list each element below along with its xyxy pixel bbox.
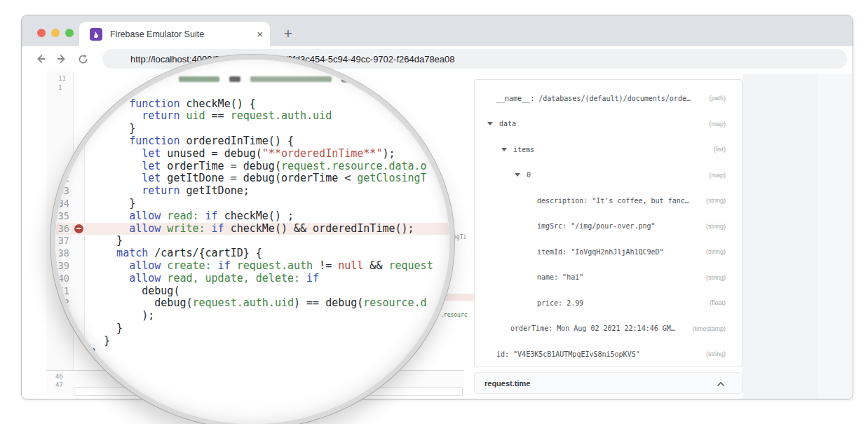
code-text: allow write: if checkMe() && orderedInTi… xyxy=(91,223,414,235)
code-text: return uid == request.auth.uid xyxy=(91,110,332,123)
magnifier-lens: 2425 }26 function checkMe() {27 return u… xyxy=(50,55,454,424)
code-text: function orderedInTime() { xyxy=(91,135,294,148)
code-text: let unused = debug("**orderedInTime**"); xyxy=(91,148,395,160)
code-line: 33 return getItDone; xyxy=(55,185,449,198)
code-line: 45 } xyxy=(55,335,449,348)
code-line: 46} xyxy=(55,348,449,360)
line-number-small: 46 xyxy=(55,373,63,380)
code-text: } xyxy=(91,123,135,135)
inspector-key-value: 0 xyxy=(527,171,531,179)
line-number: 40 xyxy=(55,273,69,285)
inspector-row: name: "hai"(string) xyxy=(475,265,742,291)
code-line: 39 allow create: if request.auth != null… xyxy=(55,260,449,273)
code-line: 28 } xyxy=(55,123,449,135)
code-text: } xyxy=(91,198,135,210)
magnified-code-view: 2425 }26 function checkMe() {27 return u… xyxy=(55,60,449,424)
code-text: debug( xyxy=(91,285,179,298)
code-line: 27 return uid == request.auth.uid xyxy=(55,110,449,123)
code-line: 44 } xyxy=(55,322,449,335)
inspector-type-label: (list) xyxy=(714,146,742,153)
inspector-row[interactable]: items(list) xyxy=(475,137,742,163)
expand-arrow-icon[interactable] xyxy=(487,122,493,125)
inspector-key-value: price: 2.99 xyxy=(537,299,583,307)
inspector-type-label: (string) xyxy=(706,197,742,204)
code-text: allow read: if checkMe() ; xyxy=(91,210,294,223)
code-line: 42 debug(request.auth.uid) == debug(reso… xyxy=(55,297,449,310)
code-fragment: ngTi xyxy=(453,234,466,240)
minimize-window-button[interactable] xyxy=(51,29,60,37)
inspector-type-label: (string) xyxy=(706,223,742,230)
tab-title: Firebase Emulator Suite xyxy=(110,29,251,39)
inspector-key-value: __name__: /databases/(default)/documents… xyxy=(496,95,691,102)
inspector-key-value: name: "hai" xyxy=(537,273,583,281)
line-number-small: 1 xyxy=(58,84,62,91)
code-line: 37 } xyxy=(55,235,449,247)
inspector-type-label: (float) xyxy=(710,299,742,306)
inspector-key-value: itemId: "IoVgqH2nhJljAh1QC9eD" xyxy=(537,248,664,256)
line-number: 39 xyxy=(55,260,69,273)
inspector-key-value: orderTime: Mon Aug 02 2021 22:14:46 GM… xyxy=(510,324,675,332)
code-text: } xyxy=(91,235,123,247)
expand-arrow-icon[interactable] xyxy=(515,173,520,177)
expand-arrow-icon[interactable] xyxy=(501,148,507,151)
code-line: 43 ); xyxy=(55,310,449,322)
code-line: 34 } xyxy=(55,198,449,210)
inspector-type-label: (string) xyxy=(706,248,742,255)
gutter-icon-slot xyxy=(69,224,88,233)
inspector-row: orderTime: Mon Aug 02 2021 22:14:46 GM…(… xyxy=(475,316,742,342)
line-number: 37 xyxy=(55,235,69,247)
inspector-row[interactable]: 0(map) xyxy=(475,163,742,189)
back-icon[interactable] xyxy=(34,52,48,66)
inspector-row: __name__: /databases/(default)/documents… xyxy=(475,86,742,111)
code-line: 29 function orderedInTime() { xyxy=(55,135,449,148)
code-line: 30 let unused = debug("**orderedInTime**… xyxy=(55,148,449,160)
inspector-key-value: imgSrc: "/img/pour-over.png" xyxy=(537,222,656,230)
window-controls xyxy=(37,29,74,37)
reload-icon[interactable] xyxy=(76,52,90,66)
code-text: allow create: if request.auth != null &&… xyxy=(91,260,433,273)
inspector-row[interactable]: data(map) xyxy=(475,111,742,137)
code-line: 32 let getItDone = debug(orderTime < get… xyxy=(55,172,449,185)
code-text: ); xyxy=(91,310,154,322)
line-number: 34 xyxy=(55,198,69,210)
inspector-key-value: items xyxy=(513,146,534,153)
code-line: 38 match /carts/{cartID} { xyxy=(55,247,449,260)
code-line: 35 allow read: if checkMe() ; xyxy=(55,210,449,223)
inspector-key-value: description: "It's coffee, but fanc… xyxy=(537,197,689,205)
browser-tab[interactable]: Firebase Emulator Suite × xyxy=(79,22,270,46)
code-text: let orderTime = debug(request.resource.d… xyxy=(91,160,427,173)
deny-icon xyxy=(74,224,83,233)
tab-close-icon[interactable]: × xyxy=(257,29,263,39)
inspector-row: id: "V4E3K5cB1AUTMpqEIvS8ni5opKVS"(strin… xyxy=(475,341,742,367)
line-number: 36 xyxy=(55,223,69,235)
inspector-type-label: (map) xyxy=(709,172,742,179)
inspector-type-label: (map) xyxy=(709,121,742,128)
forward-icon[interactable] xyxy=(55,52,69,66)
code-text: } xyxy=(91,322,123,335)
code-text: match /carts/{cartID} { xyxy=(91,247,262,260)
inspector-row: description: "It's coffee, but fanc…(str… xyxy=(475,188,742,214)
maximize-window-button[interactable] xyxy=(65,29,74,37)
request-time-panel[interactable]: request.time xyxy=(474,372,742,394)
toolbar: http://localhost:4000/firestore/requests… xyxy=(22,46,853,71)
zoom-code-lines: 2425 }26 function checkMe() {27 return u… xyxy=(55,73,449,360)
code-text: return getItDone; xyxy=(91,185,250,198)
firebase-emulator-favicon xyxy=(90,28,102,41)
tab-strip: Firebase Emulator Suite × + xyxy=(22,15,853,46)
inspector-row: imgSrc: "/img/pour-over.png"(string) xyxy=(475,214,742,240)
code-text: let getItDone = debug(orderTime < getClo… xyxy=(91,172,427,185)
inspector-row: price: 2.99(float) xyxy=(475,290,742,316)
close-window-button[interactable] xyxy=(37,29,46,37)
inspector-rows: __name__: /databases/(default)/documents… xyxy=(475,86,742,367)
inspector-type-label: (string) xyxy=(706,350,742,357)
code-text: allow read, update, delete: if xyxy=(91,273,319,285)
line-number: 38 xyxy=(55,247,69,260)
inspector-type-label: (timestamp) xyxy=(692,325,742,332)
inspector-row: itemId: "IoVgqH2nhJljAh1QC9eD"(string) xyxy=(475,239,742,265)
inspector-type-label: (path) xyxy=(709,95,742,102)
request-data-panel: __name__: /databases/(default)/documents… xyxy=(474,79,742,367)
inspector-key-value: id: "V4E3K5cB1AUTMpqEIvS8ni5opKVS" xyxy=(496,350,640,358)
chevron-up-icon[interactable] xyxy=(717,377,725,390)
code-line: 36 allow write: if checkMe() && orderedI… xyxy=(55,223,449,235)
new-tab-button[interactable]: + xyxy=(278,24,298,43)
